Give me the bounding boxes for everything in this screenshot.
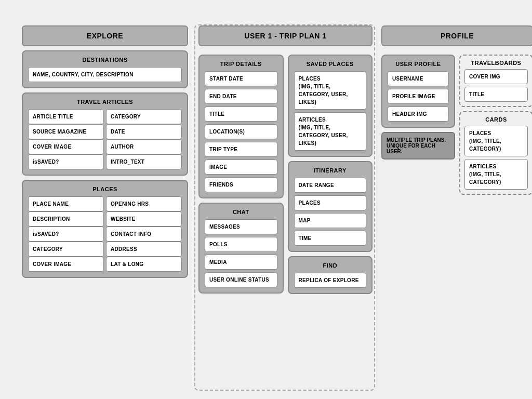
user-profile-title: USER PROFILE <box>388 61 449 67</box>
p-address: ADDRESS <box>106 242 182 257</box>
chat-media: MEDIA <box>205 255 277 270</box>
destinations-fields: NAME, COUNTRY, CITY, DESCRIPTION <box>28 67 182 82</box>
travelboards-section: TRAVELBOARDS COVER IMG TITLE <box>459 55 532 107</box>
it-map: MAP <box>294 213 367 228</box>
saved-places-section: SAVED PLACES PLACES(IMG, TITLE,CATEGORY,… <box>288 55 373 157</box>
places-fields: PLACE NAME DESCRIPTION isSAVED? CATEGORY… <box>28 196 182 272</box>
itinerary-title: ITINERARY <box>294 167 367 174</box>
ta-cover: COVER IMAGE <box>28 139 104 154</box>
cards-places: PLACES(IMG, TITLE,CATEGORY) <box>464 126 528 156</box>
chat-messages: MESSAGES <box>205 219 277 234</box>
td-end: END DATE <box>205 89 277 104</box>
explore-header: EXPLORE <box>22 25 188 46</box>
saved-places-title: SAVED PLACES <box>294 61 367 67</box>
td-friends: FRIENDS <box>205 177 277 192</box>
p-saved: isSAVED? <box>28 227 104 242</box>
p-contact: CONTACT INFO <box>106 227 182 242</box>
p-desc: DESCRIPTION <box>28 211 104 227</box>
travelboards-title: TRAVELBOARDS <box>464 60 528 66</box>
ta-author: AUTHOR <box>106 139 182 154</box>
p-cover: COVER IMAGE <box>28 257 104 272</box>
itinerary-section: ITINERARY DATE RANGE PLACES MAP TIME <box>288 161 373 252</box>
places-section: PLACES PLACE NAME DESCRIPTION isSAVED? C… <box>22 180 188 278</box>
ta-saved: isSAVED? <box>28 154 104 169</box>
travel-articles-title: TRAVEL ARTICLES <box>28 99 182 105</box>
ta-col1: ARTICLE TITLE SOURCE MAGAZINE COVER IMAG… <box>28 109 104 169</box>
cards-articles: ARTICLES(IMG, TITLE,CATEGORY) <box>464 159 528 190</box>
tb-cover: COVER IMG <box>464 69 528 84</box>
travel-articles-fields: ARTICLE TITLE SOURCE MAGAZINE COVER IMAG… <box>28 109 182 169</box>
places-col1: PLACE NAME DESCRIPTION isSAVED? CATEGORY… <box>28 196 104 272</box>
profile-header: PROFILE <box>381 25 532 46</box>
find-content: REPLICA OF EXPLORE <box>294 273 367 288</box>
chat-polls: POLLS <box>205 237 277 252</box>
p-website: WEBSITE <box>106 211 182 227</box>
destinations-section: DESTINATIONS NAME, COUNTRY, CITY, DESCRI… <box>22 50 188 88</box>
places-col2: OPENING HRS WEBSITE CONTACT INFO ADDRESS… <box>106 196 182 272</box>
destinations-title: DESTINATIONS <box>28 57 182 63</box>
p-cat: CATEGORY <box>28 242 104 257</box>
p-lat: LAT & LONG <box>106 257 182 272</box>
chat-status: USER ONLINE STATUS <box>205 272 277 287</box>
cards-title: CARDS <box>464 116 528 123</box>
user-profile-section: USER PROFILE USERNAME PROFILE IMAGE HEAD… <box>381 55 455 128</box>
chat-title: CHAT <box>205 209 277 215</box>
travel-articles-section: TRAVEL ARTICLES ARTICLE TITLE SOURCE MAG… <box>22 92 188 176</box>
chat-section: CHAT MESSAGES POLLS MEDIA USER ONLINE ST… <box>198 203 284 294</box>
ta-col2: CATEGORY DATE AUTHOR INTRO_TEXT <box>106 109 182 169</box>
up-username: USERNAME <box>388 71 449 86</box>
it-places: PLACES <box>294 195 367 210</box>
p-name: PLACE NAME <box>28 196 104 211</box>
sp-places: PLACES(IMG, TITLE,CATEGORY, USER,LIKES) <box>294 71 367 110</box>
ta-source: SOURCE MAGAZINE <box>28 124 104 139</box>
ta-category: CATEGORY <box>106 109 182 124</box>
find-section: FIND REPLICA OF EXPLORE <box>288 256 373 294</box>
td-location: LOCATION(S) <box>205 124 277 139</box>
up-header-img: HEADER IMG <box>388 107 449 122</box>
places-title: PLACES <box>28 186 182 192</box>
it-time: TIME <box>294 231 367 246</box>
sp-articles: ARTICLES(IMG, TITLE,CATEGORY, USER,LIKES… <box>294 112 367 151</box>
p-hours: OPENING HRS <box>106 196 182 211</box>
trip-plans-note: MULTIPLE TRIP PLANS. UNIQUE FOR EACH USE… <box>381 132 455 159</box>
td-image: IMAGE <box>205 159 277 175</box>
trip-details-title: TRIP DETAILS <box>205 61 277 67</box>
diagram: EXPLORE DESTINATIONS NAME, COUNTRY, CITY… <box>11 10 521 389</box>
find-title: FIND <box>294 262 367 269</box>
td-title: TITLE <box>205 107 277 122</box>
trip-details-section: TRIP DETAILS START DATE END DATE TITLE L… <box>198 55 284 198</box>
ta-article-title: ARTICLE TITLE <box>28 109 104 124</box>
td-start: START DATE <box>205 71 277 86</box>
ta-intro: INTRO_TEXT <box>106 154 182 169</box>
up-profile-img: PROFILE IMAGE <box>388 89 449 104</box>
ta-date: DATE <box>106 124 182 139</box>
cards-section: CARDS PLACES(IMG, TITLE,CATEGORY) ARTICL… <box>459 111 532 195</box>
td-type: TRIP TYPE <box>205 142 277 157</box>
it-date: DATE RANGE <box>294 178 367 193</box>
tb-title: TITLE <box>464 87 528 102</box>
trip-header: USER 1 - TRIP PLAN 1 <box>198 25 373 46</box>
